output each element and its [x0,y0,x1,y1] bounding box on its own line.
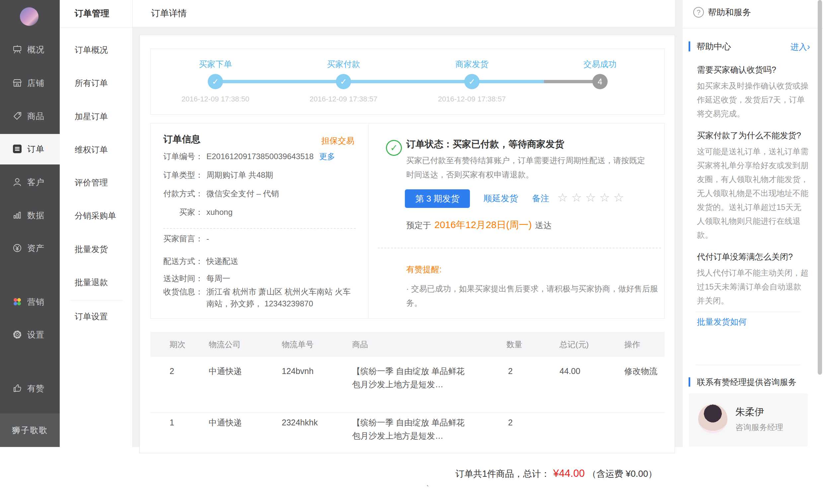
app-root: 概况 店铺 商品 订单 客户 数据 [0,0,823,504]
workspace-avatar[interactable] [20,7,38,26]
buyer-message-label: 买家留言： [163,233,203,244]
star-icon[interactable]: ☆ [613,191,624,204]
remark-link[interactable]: 备注 [532,193,549,204]
sidebar-item-orders[interactable]: 订单 [0,139,60,159]
faq-answer: 这可能是送礼订单，送礼订单需买家将礼单分享给好友或发到朋友圈，有人领取礼物才能发… [697,145,808,242]
summary-amount: ¥44.00 [553,468,585,479]
buyer-message-value: - [206,233,209,244]
scrollbar-thumb[interactable] [818,0,822,375]
youzan-notice-body: · 交易已成功，如果买家提出售后要求，请积极与买家协商，做好售后服务。 [406,281,660,310]
gear-icon [12,329,23,340]
step-label-placed: 买家下单 [199,59,232,69]
summary-shipping-note: （含运费 ¥0.00） [588,469,657,479]
buyer-label: 买家： [163,207,203,218]
progress-line-pending [544,80,600,83]
delivery-date: 2016年12月28日(周一) [435,219,532,232]
menu-item-batch-refund[interactable]: 批量退款 [75,276,108,288]
sidebar-item-marketing[interactable]: 营销 [0,292,60,312]
primary-sidebar: 概况 店铺 商品 订单 客户 数据 [0,0,60,447]
order-detail-card: 买家下单 买家付款 商家发货 交易成功 ✓ ✓ ✓ 4 2016-12-09 1… [139,35,675,453]
menu-item-dispute-orders[interactable]: 维权订单 [75,144,108,156]
manager-avatar [698,404,727,433]
table-row-qty: 2 [508,365,513,377]
order-no-value: E20161209173850039643518 更多 [206,151,335,162]
menu-item-order-overview[interactable]: 订单概况 [75,44,108,56]
sidebar-item-overview[interactable]: 概况 [0,39,60,59]
step-label-shipped: 商家发货 [455,59,489,69]
thumbs-up-icon [12,383,23,394]
faq-list: 需要买家确认收货吗? 如买家未及时操作确认收货或操作延迟收货，发货后7天，订单将… [697,63,808,316]
overview-icon [12,44,23,55]
table-row-tracking: 124bvnh [282,365,314,377]
col-product: 商品 [352,332,368,357]
manager-card: 朱柔伊 咨询服务经理 [689,393,808,447]
sidebar-item-label: 营销 [27,296,44,307]
sidebar-item-products[interactable]: 商品 [0,106,60,126]
order-progress-box: 买家下单 买家付款 商家发货 交易成功 ✓ ✓ ✓ 4 2016-12-09 1… [150,48,665,115]
faq-question: 需要买家确认收货吗? [697,63,808,76]
help-center-enter-link[interactable]: 进入› [791,41,810,52]
star-icon[interactable]: ☆ [571,191,582,204]
menu-item-order-settings[interactable]: 订单设置 [75,310,108,322]
menu-item-review-management[interactable]: 评价管理 [75,176,108,188]
step-label-paid: 买家付款 [327,59,360,69]
star-icon[interactable]: ☆ [599,191,610,204]
section-accent-bar [689,377,690,387]
star-icon[interactable]: ☆ [586,191,596,204]
menu-item-starred-orders[interactable]: 加星订单 [75,110,108,122]
menu-item-all-orders[interactable]: 所有订单 [75,77,108,89]
postpone-ship-link[interactable]: 顺延发货 [484,193,518,204]
faq-question: 代付订单没筹满怎么关闭? [697,250,808,263]
order-status-description: 买家已付款至有赞待结算账户，订单需要进行周期性配送，请按既定时间送达，否则买家有… [406,153,652,182]
step-label-completed: 交易成功 [584,59,617,69]
stray-mark: ` [427,484,429,493]
sidebar-item-youzan[interactable]: 有赞 [0,378,60,398]
sidebar-item-label: 概况 [27,44,44,55]
marketing-clover-icon [12,296,23,307]
table-row-product: 【缤纷一季 自由绽放 单品鲜花包月沙发上地方是短发… [352,364,470,391]
address-value: 浙江省 杭州市 萧山区 杭州火车南站 火车南站，孙文婷， 12343239870 [206,286,356,310]
sidebar-item-data[interactable]: 数据 [0,205,60,225]
menu-item-batch-ship[interactable]: 批量发货 [75,243,108,255]
star-icon[interactable]: ☆ [557,191,568,204]
step-check-icon: ✓ [464,74,480,89]
order-list-icon [12,144,23,154]
sidebar-item-assets[interactable]: 资产 [0,238,60,258]
arrival-time-value: 每周一 [206,273,230,284]
divider [696,365,801,365]
manager-role: 咨询服务经理 [735,422,783,433]
tag-icon [12,111,23,121]
sidebar-item-label: 数据 [27,210,44,221]
order-menu-title: 订单管理 [75,7,109,19]
guaranteed-trade-badge: 担保交易 [310,135,354,146]
shop-icon [12,77,23,88]
sidebar-item-label: 有赞 [27,383,44,394]
help-panel-header: ? 帮助和服务 [683,0,823,28]
sidebar-item-label: 商品 [27,111,44,122]
sidebar-item-settings[interactable]: 设置 [0,325,60,344]
col-qty: 数量 [506,332,522,357]
person-icon [12,177,23,187]
edit-logistics-link[interactable]: 修改物流 [624,365,657,377]
sidebar-item-label: 资产 [27,243,44,254]
sidebar-item-shop[interactable]: 店铺 [0,73,60,93]
ship-period-button[interactable]: 第 3 期发货 [405,189,470,208]
manager-name: 朱柔伊 [735,405,764,419]
step-time: 2016-12-09 17:38:50 [181,94,249,104]
divider [70,300,123,300]
star-rating[interactable]: ☆ ☆ ☆ ☆ ☆ [557,191,624,204]
divider [696,312,801,312]
more-link[interactable]: 更多 [319,152,335,161]
menu-item-distribution-purchase[interactable]: 分销采购单 [75,210,116,222]
divider [60,27,133,27]
order-type-label: 订单类型： [163,170,203,180]
address-label: 收货信息： [163,286,203,297]
faq-answer: 找人代付订单不能主动关闭，超过15天未筹满订单会自动退款并关闭。 [697,266,808,308]
progress-line-done [215,80,544,83]
workspace-switcher[interactable]: 狮子歌歌 [0,414,60,447]
page-title: 订单详情 [151,0,187,27]
col-tracking-no: 物流单号 [282,332,314,357]
sidebar-item-customers[interactable]: 客户 [0,172,60,192]
order-status-title: 订单状态：买家已付款，等待商家发货 [406,138,564,151]
batch-ship-help-link[interactable]: 批量发货如何 [697,316,747,328]
